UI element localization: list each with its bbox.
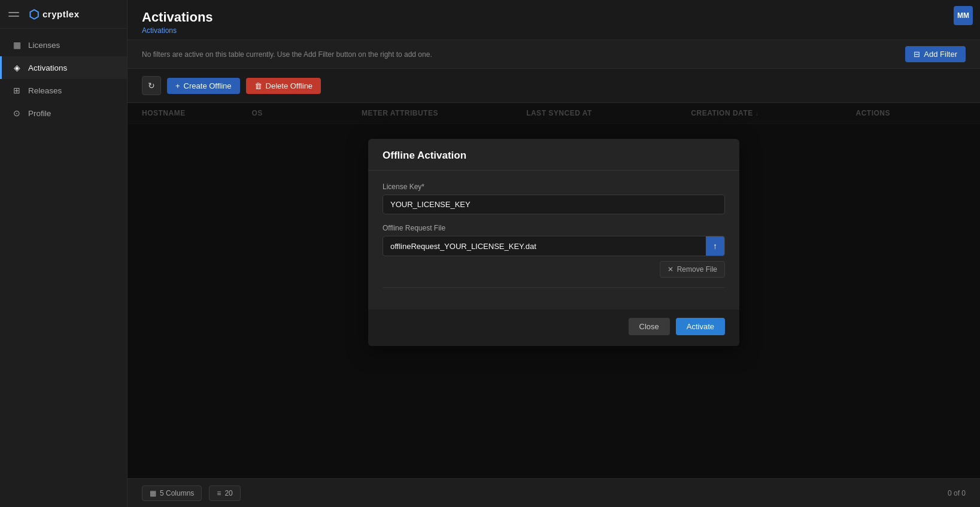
close-button[interactable]: Close [629,318,670,335]
sidebar-header: ⬡ cryptlex [0,0,127,29]
offline-request-file-group: Offline Request File offlineRequest_YOUR… [383,224,725,278]
license-key-label: License Key* [383,183,725,191]
delete-offline-button[interactable]: 🗑 Delete Offline [246,78,321,94]
plus-icon: + [175,81,180,90]
modal-body: License Key* Offline Request File offlin… [368,171,739,309]
offline-activation-modal: Offline Activation License Key* Offline … [368,139,739,346]
activate-label: Activate [687,322,714,331]
file-input-value: offlineRequest_YOUR_LICENSE_KEY.dat [383,237,706,256]
activate-button[interactable]: Activate [676,318,725,335]
create-offline-button[interactable]: + Create Offline [167,78,240,94]
user-avatar[interactable]: MM [954,6,973,25]
licenses-icon: ▦ [11,40,22,50]
filter-bar: No filters are active on this table curr… [128,40,980,69]
add-filter-label: Add Filter [924,50,957,59]
remove-file-button[interactable]: ✕ Remove File [660,261,725,278]
sidebar-item-profile[interactable]: ⊙ Profile [0,102,127,125]
rows-button[interactable]: ≡ 20 [209,485,240,501]
rows-label: 20 [224,489,232,497]
sidebar-item-releases[interactable]: ⊞ Releases [0,79,127,102]
columns-label: 5 Columns [160,489,194,497]
table-footer: ▦ 5 Columns ≡ 20 0 of 0 [128,478,980,507]
logo-icon: ⬡ [29,7,39,22]
modal-header: Offline Activation [368,139,739,171]
toolbar: ↻ + Create Offline 🗑 Delete Offline [128,69,980,103]
page-title: Activations [142,10,966,25]
rows-icon: ≡ [217,489,221,497]
filter-message: No filters are active on this table curr… [142,50,432,59]
sidebar-item-label: Licenses [28,41,60,50]
create-offline-label: Create Offline [184,81,232,90]
sidebar-item-label: Activations [28,63,67,72]
close-label: Close [639,322,659,331]
profile-icon: ⊙ [11,108,22,119]
modal-divider [383,287,725,288]
license-key-input[interactable] [383,195,725,214]
table-container: Hostname OS Meter Attributes Last Synced… [128,103,980,478]
sidebar-item-licenses[interactable]: ▦ Licenses [0,34,127,56]
license-key-group: License Key* [383,183,725,214]
breadcrumb: Activations [142,26,966,35]
activations-icon: ◈ [11,62,22,73]
refresh-icon: ↻ [148,81,155,90]
footer-left: ▦ 5 Columns ≡ 20 [142,485,241,501]
sidebar-toggle-button[interactable] [8,8,22,21]
filter-icon: ⊟ [914,50,920,59]
pagination-text: 0 of 0 [948,489,966,497]
modal-footer: Close Activate [368,309,739,346]
sidebar: ⬡ cryptlex ▦ Licenses ◈ Activations ⊞ Re… [0,0,128,507]
modal-overlay: Offline Activation License Key* Offline … [128,103,980,478]
file-upload-button[interactable]: ↑ [706,236,724,256]
sidebar-item-label: Profile [28,109,51,118]
releases-icon: ⊞ [11,85,22,96]
sidebar-item-label: Releases [28,86,62,95]
columns-button[interactable]: ▦ 5 Columns [142,485,202,501]
offline-request-file-label: Offline Request File [383,224,725,232]
logo-text: cryptlex [43,9,80,19]
add-filter-button[interactable]: ⊟ Add Filter [905,46,966,62]
close-icon: ✕ [668,265,673,274]
logo: ⬡ cryptlex [29,7,80,22]
remove-file-container: ✕ Remove File [383,256,725,278]
delete-offline-label: Delete Offline [266,81,313,90]
sidebar-item-activations[interactable]: ◈ Activations [0,56,127,79]
sidebar-nav: ▦ Licenses ◈ Activations ⊞ Releases ⊙ Pr… [0,29,127,507]
user-initials: MM [957,11,969,20]
main-content: Activations Activations No filters are a… [128,0,980,507]
refresh-button[interactable]: ↻ [142,76,161,95]
remove-file-label: Remove File [677,265,717,274]
upload-icon: ↑ [713,241,717,251]
columns-icon: ▦ [150,489,156,497]
file-input-row: offlineRequest_YOUR_LICENSE_KEY.dat ↑ [383,236,725,256]
trash-icon: 🗑 [254,81,262,90]
modal-title: Offline Activation [383,150,725,162]
page-header: Activations Activations [128,0,980,40]
